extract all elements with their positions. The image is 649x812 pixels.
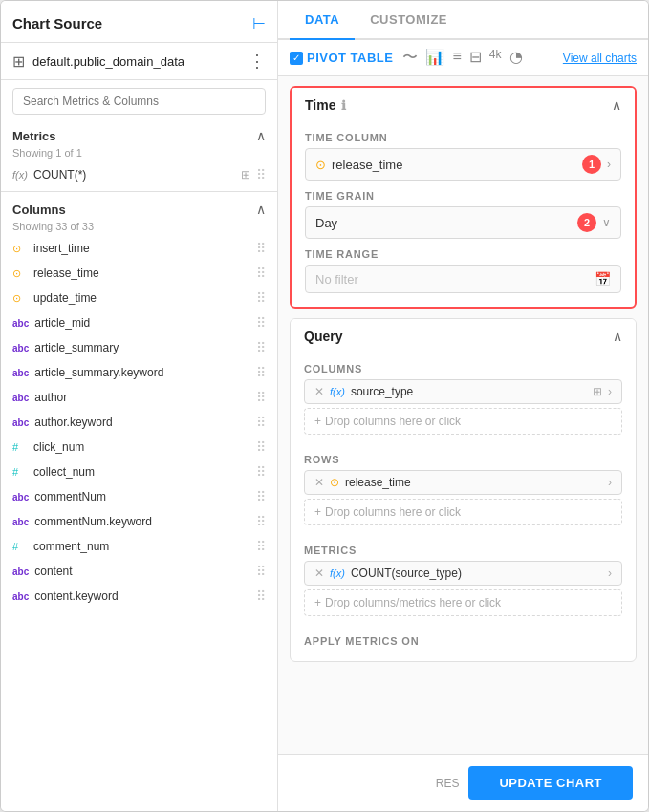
metrics-title: Metrics (12, 129, 56, 143)
time-grain-badge: 2 (577, 213, 596, 232)
columns-showing-label: Showing 33 of 33 (1, 219, 277, 236)
columns-tag-row: ✕ f(x) source_type ⊞ › (304, 379, 622, 404)
column-item[interactable]: # collect_num ⠿ (1, 459, 277, 484)
column-type-icon-abc: abc (12, 318, 29, 329)
horiz-bar-chart-icon[interactable]: ≡ (452, 48, 461, 68)
column-item[interactable]: abc article_mid ⠿ (1, 310, 277, 335)
drop-plus-icon: + (314, 415, 321, 428)
column-label: click_num (33, 440, 250, 454)
drag-icon[interactable]: ⠿ (256, 489, 266, 504)
drag-icon[interactable]: ⠿ (256, 564, 266, 579)
column-type-icon-hash: # (12, 541, 28, 552)
column-item[interactable]: abc author ⠿ (1, 385, 277, 410)
column-item[interactable]: abc article_summary ⠿ (1, 335, 277, 360)
metrics-drop-zone[interactable]: + Drop columns/metrics here or click (304, 589, 622, 616)
checkbox-icon: ✓ (290, 52, 303, 65)
metric-type-icon: f(x) (12, 169, 28, 181)
time-section-collapse-icon[interactable]: ∧ (612, 97, 621, 113)
bottom-bar: RES UPDATE CHART (278, 754, 648, 811)
view-all-charts-link[interactable]: View all charts (563, 52, 637, 65)
drag-icon[interactable]: ⠿ (256, 390, 266, 405)
bar-chart-icon[interactable]: 📊 (425, 48, 444, 68)
drag-icon[interactable]: ⠿ (256, 415, 266, 430)
columns-drop-zone[interactable]: + Drop columns here or click (304, 408, 622, 435)
time-column-select[interactable]: ⊙ release_time 1 › (305, 148, 621, 181)
column-label: content (34, 565, 250, 578)
tab-customize[interactable]: CUSTOMIZE (355, 1, 463, 40)
columns-tag-expand-icon[interactable]: › (608, 385, 612, 398)
drag-icon[interactable]: ⠿ (256, 266, 266, 281)
time-column-label: TIME COLUMN (305, 132, 621, 143)
column-label: insert_time (33, 242, 250, 255)
column-item[interactable]: abc content ⠿ (1, 559, 277, 584)
drag-icon[interactable]: ⠿ (256, 439, 266, 455)
rows-drop-label: Drop columns here or click (325, 505, 461, 519)
column-item[interactable]: abc commentNum ⠿ (1, 484, 277, 509)
column-item[interactable]: ⊙ update_time ⠿ (1, 286, 277, 310)
metrics-tag-expand-icon[interactable]: › (608, 566, 612, 580)
apply-metrics-subsection: APPLY METRICS ON (291, 635, 636, 661)
column-label: commentNum (34, 490, 250, 503)
right-panel: DATA CUSTOMIZE ✓ PIVOT TABLE 〜 📊 ≡ ⊟ 4k … (278, 1, 648, 811)
drag-icon[interactable]: ⠿ (256, 167, 266, 182)
metric-label: COUNT(*) (33, 168, 235, 182)
update-chart-button[interactable]: UPDATE CHART (468, 766, 633, 800)
time-grain-value: Day (315, 216, 568, 230)
drag-icon[interactable]: ⠿ (256, 315, 266, 331)
metrics-showing-label: Showing 1 of 1 (1, 145, 277, 162)
columns-title: Columns (12, 203, 66, 217)
drag-icon[interactable]: ⠿ (256, 514, 266, 529)
columns-tag-remove-icon[interactable]: ✕ (314, 385, 324, 398)
time-column-value: release_time (332, 158, 573, 172)
drag-icon[interactable]: ⠿ (256, 539, 266, 554)
column-item[interactable]: # comment_num ⠿ (1, 534, 277, 559)
drag-icon[interactable]: ⠿ (256, 588, 266, 604)
query-section-collapse-icon[interactable]: ∧ (613, 329, 622, 344)
chart-type-icons: 〜 📊 ≡ ⊟ 4k ◔ (402, 48, 522, 68)
columns-collapse-icon[interactable]: ∧ (256, 202, 266, 217)
chart-type-row: ✓ PIVOT TABLE 〜 📊 ≡ ⊟ 4k ◔ View all char… (278, 40, 648, 76)
line-chart-icon[interactable]: 〜 (402, 48, 418, 68)
column-type-icon-abc: abc (12, 417, 29, 428)
numeric-chart-icon[interactable]: 4k (489, 48, 502, 68)
search-input[interactable] (12, 88, 266, 115)
table-chart-icon[interactable]: ⊟ (469, 48, 482, 68)
metrics-collapse-icon[interactable]: ∧ (256, 128, 266, 143)
time-grain-label: TIME GRAIN (305, 190, 621, 202)
pivot-table-toggle[interactable]: ✓ PIVOT TABLE (290, 51, 393, 65)
drag-icon[interactable]: ⠿ (256, 241, 266, 256)
column-type-icon-abc: abc (12, 517, 29, 527)
column-item[interactable]: abc article_summary.keyword ⠿ (1, 360, 277, 385)
rows-tag-remove-icon[interactable]: ✕ (314, 476, 324, 489)
time-grain-select[interactable]: Day 2 ∨ (305, 206, 621, 239)
rows-tag-expand-icon[interactable]: › (608, 476, 612, 489)
datasource-options-icon[interactable]: ⋮ (249, 51, 266, 72)
drag-icon[interactable]: ⠿ (256, 365, 266, 380)
pie-chart-icon[interactable]: ◔ (509, 48, 523, 68)
metrics-tag-remove-icon[interactable]: ✕ (314, 566, 324, 580)
collapse-icon[interactable]: ⊢ (252, 14, 266, 32)
drag-icon[interactable]: ⠿ (256, 340, 266, 355)
column-type-icon-abc: abc (12, 368, 29, 378)
tab-data[interactable]: DATA (290, 1, 355, 40)
column-item[interactable]: abc content.keyword ⠿ (1, 584, 277, 609)
time-section-title: Time ℹ (305, 97, 346, 113)
column-type-icon-time: ⊙ (12, 292, 28, 305)
rows-drop-zone[interactable]: + Drop columns here or click (304, 499, 622, 525)
time-range-select[interactable]: No filter 📅 (305, 265, 621, 293)
drag-icon[interactable]: ⠿ (256, 290, 266, 306)
drag-icon[interactable]: ⠿ (256, 464, 266, 480)
column-item[interactable]: ⊙ release_time ⠿ (1, 261, 277, 286)
metrics-tag-label: COUNT(source_type) (351, 566, 602, 580)
column-item[interactable]: # click_num ⠿ (1, 435, 277, 459)
column-item[interactable]: abc author.keyword ⠿ (1, 410, 277, 435)
column-item[interactable]: ⊙ insert_time ⠿ (1, 236, 277, 261)
app-container: Chart Source ⊢ ⊞ default.public_domain_d… (0, 0, 649, 812)
datasource-row: ⊞ default.public_domain_data ⋮ (1, 43, 277, 80)
column-label: author.keyword (34, 416, 250, 429)
column-item[interactable]: abc commentNum.keyword ⠿ (1, 509, 277, 534)
time-title-text: Time (305, 97, 335, 113)
column-type-icon-time: ⊙ (12, 243, 28, 255)
metric-item[interactable]: f(x) COUNT(*) ⊞ ⠿ (1, 162, 277, 187)
info-icon: ℹ (341, 98, 346, 113)
